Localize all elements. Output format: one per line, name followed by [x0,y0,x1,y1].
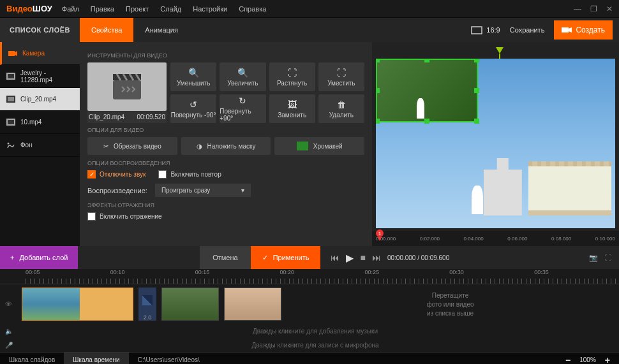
layer-label: Фон [20,142,33,149]
rotate-neg-button[interactable]: ↺Повернуть -90° [170,94,216,123]
layer-item-selected[interactable]: Clip_20.mp4 [0,88,80,111]
rotate-right-icon: ↻ [239,96,246,106]
statusbar: Шкала слайдов Шкала времени C:\Users\use… [0,352,619,364]
menu-project[interactable]: Проект [126,5,149,13]
preview-ruler[interactable]: 1 0:00.000 0:02.000 0:04.000 0:06.000 0:… [372,231,619,246]
resize-handle[interactable] [474,59,479,62]
check-icon: ✓ [262,254,268,262]
camera-icon [562,26,572,34]
section-reflect-label: ЭФФЕКТЫ ОТРАЖЕНИЯ [87,202,364,208]
menu-slide[interactable]: Слайд [160,5,181,13]
timeline-clip[interactable] [161,288,219,321]
zoom-level: 100% [579,356,596,363]
selected-layer-overlay[interactable] [376,59,478,122]
clip-name: Clip_20.mp4 [89,113,124,120]
mute-checkbox[interactable]: ✓Отключить звук [87,170,145,178]
stretch-button[interactable]: ⛶Растянуть [269,62,315,91]
timeline-ruler[interactable]: 00:05 00:10 00:15 00:20 00:25 00:30 00:3… [0,269,619,284]
maximize-icon[interactable]: ❐ [590,4,597,13]
snapshot-button[interactable]: 📷 [589,254,598,262]
film-icon [6,96,15,103]
svg-rect-8 [8,120,14,124]
section-playback-label: ОПЦИИ ВОСПРОИЗВЕДЕНИЯ [87,160,364,166]
window-controls: — ❐ ✕ [574,4,613,13]
ruler-tick: 0:06.000 [507,236,527,242]
zoom-out-button[interactable]: − [565,355,571,365]
action-bar: +Добавить слой Отмена ✓Применить ⏮ ▶ ■ ⏭… [0,246,619,269]
close-icon[interactable]: ✕ [606,4,613,13]
ruler-tick: 0:04.000 [464,236,484,242]
transition-block[interactable]: 2.0 [138,288,156,321]
menu-edit[interactable]: Правка [91,5,114,13]
stop-button[interactable]: ■ [360,252,365,263]
delete-button[interactable]: 🗑Удалить [318,94,364,123]
layer-item[interactable]: 10.mp4 [0,111,80,134]
resize-handle[interactable] [376,119,380,124]
zoom-in-button[interactable]: 🔍Увеличить [220,62,265,91]
add-layer-button[interactable]: +Добавить слой [0,246,78,269]
current-path: C:\Users\user\Videos\ [129,356,209,363]
menu-help[interactable]: Справка [239,5,266,13]
resize-handle[interactable] [474,119,479,124]
keyframe-marker[interactable]: 1 [376,229,384,237]
playback-select[interactable]: Проиграть сразу▾ [155,184,251,197]
clip-drop-placeholder[interactable]: Перетащитефото или видеоиз списка выше [287,292,614,317]
speaker-icon[interactable]: 🔈 [5,328,17,335]
timeline-clip[interactable] [224,288,281,321]
section-opts-label: ОПЦИИ ДЛЯ ВИДЕО [87,127,364,133]
ruler-tick: 0:10.000 [595,236,615,242]
crop-button[interactable]: ✂Обрезать видео [87,137,177,155]
preview-canvas[interactable] [376,59,615,228]
apply-button[interactable]: ✓Применить [251,246,321,269]
svg-rect-10 [113,80,141,99]
zoom-out-button[interactable]: 🔍Уменьшить [170,62,216,91]
layer-item[interactable]: Jewelry - 11289.mp4 [0,65,80,88]
create-button[interactable]: Создать [554,20,613,40]
mic-icon[interactable]: 🎤 [5,342,17,349]
fit-icon: ⛶ [337,68,346,78]
music-track[interactable]: 🔈 Дважды кликните для добавления музыки [0,324,619,338]
aspect-ratio[interactable]: 16:9 [471,26,500,34]
next-frame-button[interactable]: ⏭ [372,252,381,263]
minimize-icon[interactable]: — [574,4,581,13]
reflection-checkbox[interactable]: Включить отражение [87,212,162,221]
ruler-ticks [26,279,619,284]
resize-handle[interactable] [474,88,479,93]
resize-handle[interactable] [424,59,429,62]
camera-icon [8,50,17,57]
tab-slide-scale[interactable]: Шкала слайдов [0,353,64,364]
menu-settings[interactable]: Настройки [193,5,227,13]
fit-button[interactable]: ⛶Уместить [318,62,364,91]
save-button[interactable]: Сохранить [510,26,545,34]
track-visibility-toggle[interactable]: 👁 [5,300,17,308]
ruler-tick: 0:08.000 [551,236,571,242]
resize-handle[interactable] [424,119,429,124]
tab-time-scale[interactable]: Шкала времени [64,353,128,364]
timeline-clip-selected[interactable] [22,288,133,321]
chevron-down-icon: ▾ [241,187,244,194]
loop-checkbox[interactable]: Включить повтор [158,170,221,178]
resize-handle[interactable] [376,59,380,62]
layer-label: Jewelry - 11289.mp4 [20,69,73,84]
clip-thumbnail[interactable] [87,62,167,111]
tab-animation[interactable]: Анимация [133,18,190,42]
tab-properties[interactable]: Свойства [80,18,133,42]
chromakey-button[interactable]: Хромакей [274,137,364,155]
cancel-button[interactable]: Отмена [200,246,250,269]
timeline: 00:05 00:10 00:15 00:20 00:25 00:30 00:3… [0,269,619,352]
rotate-pos-button[interactable]: ↻Повернуть +90° [220,94,265,123]
replace-button[interactable]: 🖼Заменить [269,94,315,123]
prev-frame-button[interactable]: ⏮ [331,252,339,263]
checkbox-on-icon: ✓ [87,170,96,178]
layer-background[interactable]: Фон [0,134,80,157]
play-button[interactable]: ▶ [346,252,354,264]
menu-file[interactable]: Файл [62,5,79,13]
resize-handle[interactable] [376,88,380,93]
playhead-marker-icon[interactable] [496,47,503,54]
fullscreen-button[interactable]: ⛶ [604,254,611,262]
layer-camera[interactable]: Камера [0,42,80,65]
zoom-in-button[interactable]: + [605,355,610,365]
mic-track[interactable]: 🎤 Дважды кликните для записи с микрофона [0,338,619,352]
preview-figure [472,186,483,214]
mask-button[interactable]: ◑Наложить маску [181,137,271,155]
